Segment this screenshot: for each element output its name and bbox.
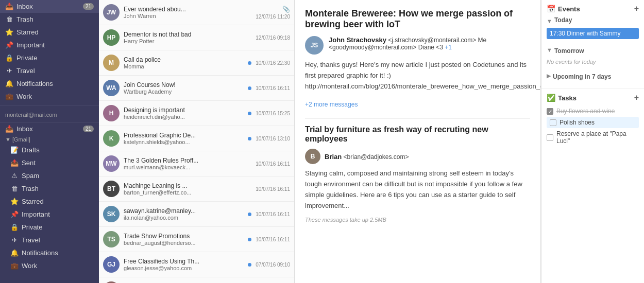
email-sender: Momma: [124, 63, 244, 69]
sidebar-item-sent[interactable]: 📤 Sent: [0, 156, 99, 169]
sidebar-item-drafts[interactable]: 📝 Drafts: [0, 144, 99, 156]
task-checkbox-3[interactable]: [547, 134, 553, 141]
email-content-cell: sawayn.katrine@manley...ila.nolan@yahoo.…: [124, 207, 244, 221]
email-row[interactable]: GJFree Classifieds Using Th...gleason.je…: [99, 252, 294, 277]
sender-cc-1: Diane <3: [418, 44, 443, 51]
email-row[interactable]: MCall da policeMomma10/07/16 22:30: [99, 50, 294, 76]
work-top-icon: 💼: [5, 93, 13, 100]
email-row[interactable]: HPDementor is not that badHarry Potter12…: [99, 25, 294, 50]
avatar2-initials: B: [311, 153, 315, 160]
task-item-2[interactable]: Polish shoes: [547, 117, 639, 128]
email-divider: [305, 118, 530, 119]
sidebar-item-private-top[interactable]: 🔒 Private: [0, 51, 99, 64]
email-sender: John Warren: [124, 13, 244, 19]
sidebar-item-notifications-top[interactable]: 🔔 Notifications: [0, 77, 99, 90]
sidebar-item-travel[interactable]: ✈ Travel: [0, 234, 99, 246]
email-row[interactable]: MWThe 3 Golden Rules Proff...murl.weiman…: [99, 151, 294, 176]
account-email: monterail@mail.com: [0, 108, 99, 122]
sidebar-item-starred[interactable]: ⭐ Starred: [0, 195, 99, 208]
sidebar-item-starred-top[interactable]: ⭐ Starred: [0, 26, 99, 39]
email-time: 07/07/16 09:10: [256, 262, 290, 268]
sidebar-item-work[interactable]: 💼 Work: [0, 259, 99, 272]
sidebar-important-top-label: Important: [16, 41, 94, 49]
sidebar-private-label: Private: [22, 223, 94, 231]
email-row[interactable]: MJMake Money Online Thr...michael.johnso…: [99, 277, 294, 283]
upcoming-arrow-icon: ▶: [547, 73, 551, 79]
travel-icon: ✈: [10, 236, 19, 244]
email-subject: sawayn.katrine@manley...: [124, 207, 244, 215]
email-dot: [248, 61, 251, 65]
starred-top-icon: ⭐: [5, 28, 13, 36]
travel-top-icon: ✈: [5, 67, 13, 75]
trash-icon: 🗑: [10, 185, 19, 192]
sidebar-item-spam[interactable]: ⚠ Spam: [0, 169, 99, 182]
email-subject: The 3 Golden Rules Proff...: [124, 157, 244, 164]
email-body-2: Staying calm, composed and maintaining s…: [305, 168, 530, 211]
add-event-button[interactable]: +: [634, 4, 639, 13]
avatar: H: [103, 105, 120, 121]
email-dot: [248, 263, 251, 267]
task-item-3[interactable]: Reserve a place at "Papa Luci": [547, 128, 639, 147]
gmail-section-arrow: ▼: [5, 136, 11, 143]
task-checkbox-1[interactable]: ✓: [547, 108, 553, 115]
email-avatar-2: B: [305, 149, 320, 164]
sidebar-item-important-top[interactable]: 📌 Important: [0, 39, 99, 51]
avatar: M: [103, 55, 120, 71]
sidebar-item-private[interactable]: 🔒 Private: [0, 221, 99, 234]
email-sender: Wartburg Academy: [124, 89, 244, 95]
email-time: 10/07/16 15:25: [256, 111, 290, 116]
sidebar: 📥 Inbox 21 🗑 Trash ⭐ Starred 📌 Important…: [0, 0, 99, 283]
sidebar-item-inbox[interactable]: 📥 Inbox 21: [0, 0, 99, 13]
email-sender: murl.weimann@kovaeck...: [124, 164, 244, 170]
sidebar-item-important[interactable]: 📌 Important: [0, 208, 99, 221]
more-messages-link[interactable]: +2 more messages: [305, 101, 530, 108]
email-dot: [248, 187, 251, 191]
email-sender: katelynn.shields@yahoo...: [124, 139, 244, 145]
email-sender: heidenreich.din@yaho...: [124, 114, 244, 120]
email-row[interactable]: KProfessional Graphic De...katelynn.shie…: [99, 126, 294, 151]
upcoming-section: ▶ Upcoming in 7 days: [547, 69, 639, 82]
email-row[interactable]: BTMachinge Leaning is ...barton_turner@e…: [99, 176, 294, 202]
storage-note: These messages take up 2.5MB: [305, 217, 530, 223]
email-row[interactable]: WAJoin Courses Now!Wartburg Academy10/07…: [99, 76, 294, 101]
tasks-icon: ✅: [547, 94, 555, 102]
add-task-button[interactable]: +: [634, 93, 639, 102]
email-row[interactable]: TSTrade Show Promotionsbednar_august@hen…: [99, 227, 294, 252]
cc-count-1: +1: [445, 44, 452, 51]
sidebar-starred-top-label: Starred: [16, 28, 94, 36]
task-item-1[interactable]: ✓ Buy flowers and wine: [547, 105, 639, 117]
email-row[interactable]: SKsawayn.katrine@manley...ila.nolan@yaho…: [99, 202, 294, 227]
email-row[interactable]: JWEver wondered abou...John Warren📎12/07…: [99, 0, 294, 25]
task-checkbox-2[interactable]: [550, 119, 556, 126]
sender-email-2: <brian@dadjokes.com>: [344, 153, 409, 161]
private-top-icon: 🔒: [5, 54, 13, 62]
sidebar-item-notifications[interactable]: 🔔 Notifications: [0, 246, 99, 259]
email-meta: 12/07/16 09:18: [256, 35, 290, 41]
gmail-section[interactable]: ▼ [Gmail]: [0, 135, 99, 144]
email-content-cell: Dementor is not that badHarry Potter: [124, 31, 244, 44]
email-content-cell: Trade Show Promotionsbednar_august@hende…: [124, 233, 244, 246]
tasks-header: ✅ Tasks +: [547, 93, 639, 102]
sender-name-1: John Strachovsky: [329, 36, 386, 44]
email-dot: [248, 162, 251, 166]
notifications-icon: 🔔: [10, 249, 19, 257]
sidebar-travel-label: Travel: [22, 236, 94, 244]
email-meta: 📎12/07/16 11:20: [256, 6, 290, 20]
sender-email-1: <j.strachovsky@monterail.com>: [388, 37, 476, 44]
inbox-label: Inbox: [16, 3, 80, 10]
sidebar-item-inbox2[interactable]: 📥 Inbox 21: [0, 122, 99, 135]
today-event[interactable]: 17:30 Dinner with Sammy: [547, 28, 639, 39]
sidebar-item-travel-top[interactable]: ✈ Travel: [0, 64, 99, 77]
email-time: 10/07/16 16:11: [256, 161, 290, 167]
email-dot: [248, 137, 251, 140]
gmail-section-label: [Gmail]: [12, 136, 30, 143]
sidebar-item-work-top[interactable]: 💼 Work: [0, 90, 99, 103]
sidebar-item-trash[interactable]: 🗑 Trash: [0, 182, 99, 195]
sidebar-item-trash-top[interactable]: 🗑 Trash: [0, 13, 99, 26]
important-icon: 📌: [10, 210, 19, 218]
today-section: ▼ Today: [547, 16, 639, 26]
email-content-cell: Join Courses Now!Wartburg Academy: [124, 81, 244, 95]
tomorrow-no-events: No events for today: [547, 59, 639, 65]
email-row[interactable]: HDesigning is importantheidenreich.din@y…: [99, 101, 294, 126]
email-content: Monterale Breweree: How we merge passion…: [295, 0, 541, 283]
